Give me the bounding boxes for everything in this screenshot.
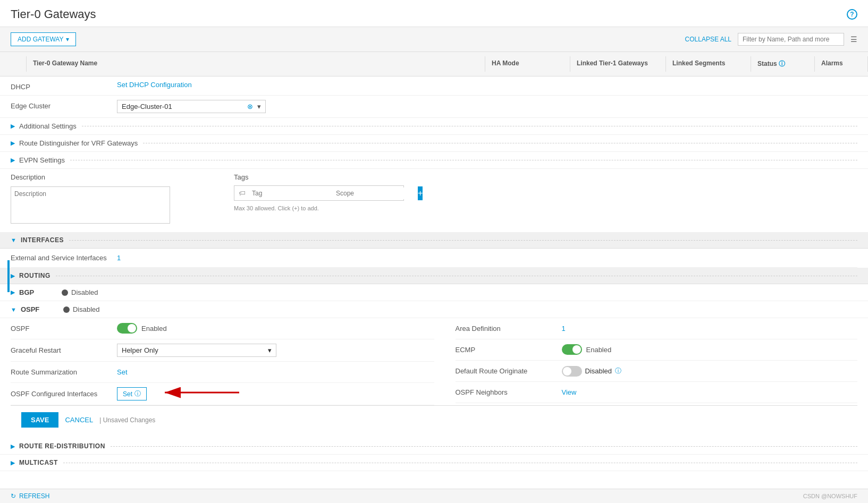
- ospf-toggle[interactable]: Enabled: [117, 323, 167, 334]
- th-checkbox: [0, 56, 27, 72]
- route-distinguisher-label: Route Distinguisher for VRF Gateways: [19, 139, 138, 147]
- ospf-toggle-container: Enabled: [117, 323, 434, 334]
- edge-cluster-select[interactable]: Edge-Cluster-01 ⊗ ▾: [117, 100, 266, 113]
- toolbar-right: COLLAPSE ALL ☰: [685, 33, 857, 46]
- interfaces-section-title: INTERFACES: [21, 236, 64, 244]
- toggle-track: [562, 366, 582, 377]
- page-title: Tier-0 Gateways: [11, 7, 96, 21]
- route-distinguisher-row[interactable]: ▶ Route Distinguisher for VRF Gateways: [0, 135, 868, 152]
- bgp-label: BGP: [19, 288, 62, 296]
- description-label: Description: [11, 173, 170, 181]
- ext-service-label: External and Service Interfaces: [11, 254, 117, 262]
- tag-input[interactable]: [250, 187, 334, 199]
- ospf-configured-interfaces-button[interactable]: Set ⓘ: [117, 387, 147, 400]
- chevron-right-icon: ▶: [11, 459, 15, 466]
- graceful-restart-select[interactable]: Helper Only ▾: [117, 344, 276, 357]
- route-redistribution-label: ROUTE RE-DISTRIBUTION: [19, 442, 105, 450]
- bgp-chevron-right-icon[interactable]: ▶: [11, 289, 15, 296]
- th-linked-t1: Linked Tier-1 Gateways: [570, 56, 666, 72]
- add-tag-button[interactable]: +: [418, 186, 423, 200]
- ext-service-value[interactable]: 1: [117, 254, 121, 262]
- edge-cluster-value: Edge-Cluster-01: [122, 103, 172, 110]
- ospf-field-label: OSPF: [11, 325, 117, 333]
- additional-settings-row[interactable]: ▶ Additional Settings: [0, 118, 868, 135]
- scope-input[interactable]: [334, 187, 418, 199]
- ecmp-toggle[interactable]: Enabled: [562, 344, 612, 355]
- dashed-divider: [63, 463, 857, 463]
- clear-icon[interactable]: ⊗: [247, 103, 253, 110]
- info-icon[interactable]: ⓘ: [134, 389, 141, 398]
- toggle-track: [562, 344, 582, 355]
- tags-label: Tags: [234, 173, 404, 181]
- ecmp-row: ECMP Enabled: [456, 339, 858, 361]
- tag-icon: 🏷: [234, 186, 250, 200]
- area-definition-value[interactable]: 1: [562, 325, 566, 333]
- th-name: Tier-0 Gateway Name: [27, 56, 485, 72]
- tags-hint: Max 30 allowed. Click (+) to add.: [234, 205, 404, 211]
- evpn-settings-row[interactable]: ▶ EVPN Settings: [0, 152, 868, 169]
- multicast-label: MULTICAST: [19, 459, 58, 466]
- ecmp-toggle-label: Enabled: [586, 346, 612, 354]
- add-gateway-button[interactable]: ADD GATEWAY ▾: [11, 32, 76, 46]
- ospf-status-dot: [63, 306, 70, 313]
- tags-input-row: 🏷 +: [234, 185, 404, 201]
- ospf-left-column: OSPF Enabled Graceful Restart: [11, 318, 434, 405]
- area-definition-row: Area Definition 1: [456, 318, 858, 339]
- bgp-status-dot: [62, 289, 68, 296]
- ospf-header-row: ▼ OSPF Disabled: [0, 301, 868, 318]
- section-dashed-divider: [69, 240, 857, 241]
- default-route-row: Default Route Originate Disabled ⓘ: [456, 361, 858, 382]
- action-row: SAVE CANCEL | Unsaved Changes: [11, 405, 857, 434]
- filter-input[interactable]: [738, 33, 844, 46]
- dhcp-row: DHCP Set DHCP Configuration: [0, 76, 868, 96]
- description-input[interactable]: [11, 186, 170, 224]
- chevron-down-icon: ▾: [66, 36, 69, 43]
- route-summarization-label: Route Summarization: [11, 368, 117, 376]
- ospf-neighbors-row: OSPF Neighbors View: [456, 382, 858, 403]
- ospf-chevron-down-icon[interactable]: ▼: [11, 306, 16, 313]
- default-route-status: Disabled: [585, 367, 612, 375]
- th-status: Status ⓘ: [751, 56, 815, 72]
- default-route-toggle[interactable]: [562, 366, 582, 377]
- th-ha: HA Mode: [485, 56, 570, 72]
- routing-section-header[interactable]: ▶ ROUTING: [0, 268, 868, 284]
- chevron-down-icon: ▾: [257, 103, 261, 110]
- interfaces-section-header[interactable]: ▼ INTERFACES: [0, 232, 868, 249]
- graceful-restart-row: Graceful Restart Helper Only ▾: [11, 339, 434, 362]
- toggle-track: [117, 323, 137, 334]
- graceful-restart-value: Helper Only: [122, 346, 158, 354]
- cancel-button[interactable]: CANCEL: [65, 416, 93, 424]
- ospf-neighbors-link[interactable]: View: [562, 388, 577, 396]
- chevron-right-icon: ▶: [11, 443, 15, 450]
- save-button[interactable]: SAVE: [21, 412, 58, 428]
- unsaved-changes-label: | Unsaved Changes: [99, 416, 155, 424]
- collapse-all-button[interactable]: COLLAPSE ALL: [685, 36, 731, 43]
- bgp-status: Disabled: [71, 288, 98, 296]
- chevron-down-icon: ▾: [268, 346, 272, 354]
- ospf-toggle-label: Enabled: [141, 325, 167, 333]
- multicast-row[interactable]: ▶ MULTICAST: [0, 455, 868, 471]
- table-header: Tier-0 Gateway Name HA Mode Linked Tier-…: [0, 52, 868, 76]
- toolbar: ADD GATEWAY ▾ COLLAPSE ALL ☰: [0, 27, 868, 52]
- route-summarization-row: Route Summarization Set: [11, 362, 434, 383]
- ospf-grid: OSPF Enabled Graceful Restart: [11, 318, 857, 405]
- dashed-divider: [82, 126, 857, 126]
- th-alarms: Alarms: [815, 56, 868, 72]
- ospf-enable-row: OSPF Enabled: [11, 318, 434, 339]
- route-summarization-link[interactable]: Set: [117, 368, 128, 376]
- route-redistribution-row[interactable]: ▶ ROUTE RE-DISTRIBUTION: [0, 438, 868, 455]
- info-icon[interactable]: ⓘ: [615, 366, 621, 376]
- chevron-down-icon: ▼: [11, 237, 16, 243]
- ospf-status: Disabled: [73, 305, 100, 313]
- ext-service-row: External and Service Interfaces 1: [11, 249, 857, 268]
- ospf-configured-interfaces-label: OSPF Configured Interfaces: [11, 390, 117, 398]
- section-dashed-divider: [56, 276, 857, 276]
- ospf-label: OSPF: [21, 305, 63, 313]
- status-info-icon: ⓘ: [779, 60, 785, 67]
- dhcp-link[interactable]: Set DHCP Configuration: [117, 81, 192, 89]
- help-icon[interactable]: ?: [847, 9, 857, 20]
- default-route-label: Default Route Originate: [456, 367, 562, 375]
- ospf-configured-interfaces-row: OSPF Configured Interfaces Set ⓘ: [11, 383, 434, 405]
- ospf-content: OSPF Enabled Graceful Restart: [0, 318, 868, 438]
- ospf-right-column: Area Definition 1 ECMP Enabled: [434, 318, 858, 405]
